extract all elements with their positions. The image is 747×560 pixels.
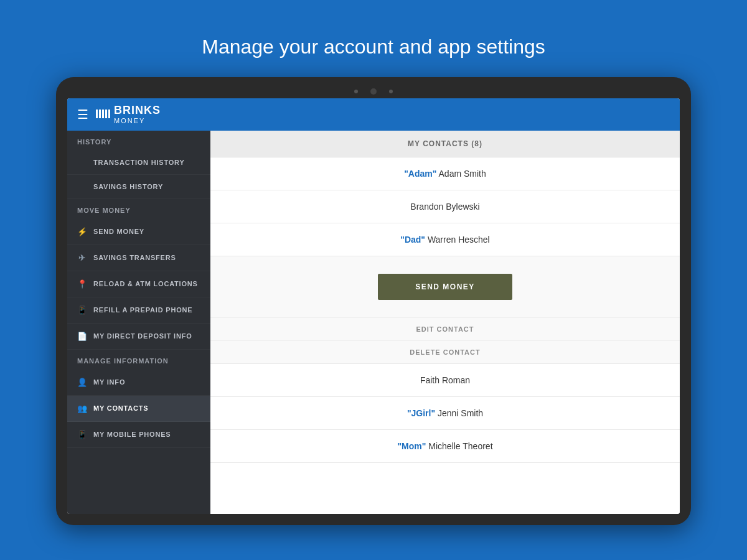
document-icon: 📄 [77, 332, 87, 341]
contact-row-jgirl[interactable]: "JGirl" Jenni Smith [210, 397, 680, 430]
sidebar-label-send-money: SEND MONEY [93, 228, 144, 235]
sidebar-label-reload-atm: RELOAD & ATM LOCATIONS [93, 280, 198, 287]
contact-nickname-adam: "Adam" [404, 169, 436, 179]
contact-row-dad[interactable]: "Dad" Warren Heschel [210, 223, 680, 256]
phone-icon: 📱 [77, 306, 87, 315]
contact-row-mom[interactable]: "Mom" Michelle Theoret [210, 430, 680, 463]
contact-name-adam: Adam Smith [439, 169, 486, 179]
app-header: ☰ BRINKS MONEY [67, 98, 680, 131]
lightning-icon: ⚡ [77, 227, 87, 236]
brinks-text-logo: BRINKS MONEY [114, 104, 161, 124]
sidebar-item-refill-prepaid[interactable]: 📱 REFILL A PREPAID PHONE [67, 297, 210, 324]
contact-name-mom: Michelle Theoret [428, 441, 492, 451]
sidebar-label-savings-history: SAVINGS HISTORY [93, 183, 163, 190]
sidebar-section-move-money: MOVE MONEY [67, 199, 210, 219]
sidebar-item-savings-history[interactable]: SAVINGS HISTORY [67, 175, 210, 199]
sidebar-label-my-info: MY INFO [93, 378, 125, 386]
tablet-dot-left [354, 90, 358, 93]
contact-expanded-actions: SEND MONEY EDIT CONTACT DELETE CONTACT [210, 256, 680, 364]
sidebar-item-mobile-phones[interactable]: 📱 MY MOBILE PHONES [67, 422, 210, 448]
tablet-camera [370, 88, 377, 95]
sidebar-item-send-money[interactable]: ⚡ SEND MONEY [67, 219, 210, 245]
contact-nickname-mom: "Mom" [397, 441, 426, 451]
sidebar-item-my-contacts[interactable]: 👥 MY CONTACTS [67, 396, 210, 422]
sidebar-section-history: HISTORY [67, 131, 210, 151]
contact-nickname-dad: "Dad" [400, 235, 425, 245]
contact-row-brandon[interactable]: Brandon Bylewski [210, 190, 680, 223]
brand-name: BRINKS [114, 104, 161, 117]
tablet-device: ☰ BRINKS MONEY HISTORY [56, 77, 691, 525]
sidebar-label-refill-prepaid: REFILL A PREPAID PHONE [93, 306, 192, 314]
contact-nickname-jgirl: "JGirl" [407, 408, 435, 418]
contact-row-faith[interactable]: Faith Roman [210, 364, 680, 397]
contact-row-adam-smith[interactable]: "Adam" Adam Smith [210, 157, 680, 190]
hamburger-icon[interactable]: ☰ [77, 107, 88, 122]
sidebar-item-savings-transfers[interactable]: ✈ SAVINGS TRANSFERS [67, 245, 210, 271]
mobile-icon: 📱 [77, 430, 87, 439]
sidebar-item-reload-atm[interactable]: 📍 RELOAD & ATM LOCATIONS [67, 271, 210, 297]
sidebar-item-my-info[interactable]: 👤 MY INFO [67, 370, 210, 396]
sidebar-label-direct-deposit: MY DIRECT DEPOSIT INFO [93, 332, 192, 340]
sidebar: HISTORY TRANSACTION HISTORY SAVINGS HIST… [67, 131, 210, 514]
tablet-screen: ☰ BRINKS MONEY HISTORY [67, 98, 680, 514]
brinks-bars-icon [96, 110, 110, 118]
sidebar-section-manage: MANAGE INFORMATION [67, 350, 210, 370]
tablet-dot-right [389, 90, 393, 93]
send-money-button[interactable]: SEND MONEY [378, 274, 512, 300]
app-content: HISTORY TRANSACTION HISTORY SAVINGS HIST… [67, 131, 680, 514]
edit-contact-button[interactable]: EDIT CONTACT [210, 317, 680, 340]
brand-sub: MONEY [114, 117, 161, 124]
sidebar-label-transaction-history: TRANSACTION HISTORY [93, 159, 185, 166]
page-title: Manage your account and app settings [202, 35, 545, 58]
user-icon: 👤 [77, 378, 87, 387]
contact-name-jgirl: Jenni Smith [438, 408, 483, 418]
users-icon: 👥 [77, 404, 87, 413]
brinks-logo: BRINKS MONEY [96, 104, 161, 124]
sidebar-label-my-contacts: MY CONTACTS [93, 404, 148, 412]
contact-name-faith: Faith Roman [420, 375, 470, 385]
sidebar-item-direct-deposit[interactable]: 📄 MY DIRECT DEPOSIT INFO [67, 324, 210, 350]
sidebar-label-savings-transfers: SAVINGS TRANSFERS [93, 254, 176, 261]
sidebar-item-transaction-history[interactable]: TRANSACTION HISTORY [67, 151, 210, 175]
location-icon: 📍 [77, 279, 87, 289]
contact-name-dad: Warren Heschel [428, 235, 490, 245]
contacts-list-header: MY CONTACTS (8) [210, 131, 680, 157]
delete-contact-button[interactable]: DELETE CONTACT [210, 340, 680, 363]
main-panel: MY CONTACTS (8) "Adam" Adam Smith Brando… [210, 131, 680, 514]
contact-name-brandon: Brandon Bylewski [410, 202, 479, 212]
transfer-icon: ✈ [77, 253, 87, 263]
sidebar-label-mobile-phones: MY MOBILE PHONES [93, 431, 171, 438]
